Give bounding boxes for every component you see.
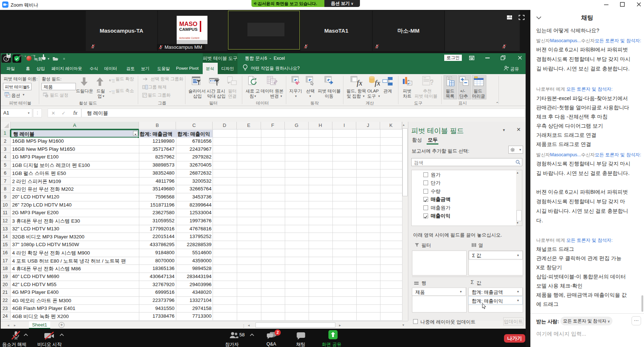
svg-text:fx: fx (357, 78, 362, 87)
svg-text:?: ? (430, 78, 433, 86)
svg-text:7: 7 (144, 95, 146, 97)
svg-text:fx: fx (375, 78, 380, 87)
svg-text:i: i (46, 95, 47, 98)
